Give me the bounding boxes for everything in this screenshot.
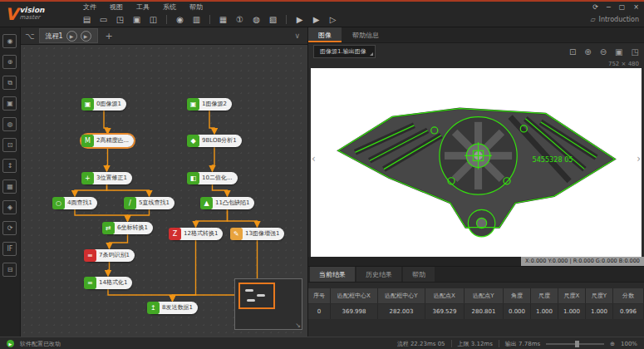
flow-node-n12[interactable]: Z12格式转换1 bbox=[169, 228, 223, 240]
flow-node-n6[interactable]: ⇄6坐标转换1 bbox=[102, 222, 153, 234]
flow-minimap[interactable]: ↘ bbox=[234, 278, 302, 330]
logo-line1: vision bbox=[19, 7, 44, 14]
flow-canvas[interactable]: ↘ ▣0图像源1M2高精度匹...+3位置修正1○4圆查找1/5直线查找1⇄6坐… bbox=[21, 45, 307, 337]
flow-node-n9[interactable]: ◆9BLOB分析1 bbox=[187, 135, 242, 147]
fit-window-icon[interactable]: ⊡ bbox=[569, 47, 576, 57]
step-run-icon[interactable]: ▷ bbox=[327, 14, 338, 25]
table-row[interactable]: 0369.998282.003369.529280.8010.0001.0001… bbox=[308, 304, 644, 319]
save-image-icon[interactable]: ◳ bbox=[632, 47, 639, 57]
flow-node-n13[interactable]: ✎13图像增强1 bbox=[230, 228, 284, 240]
result-tab-0[interactable]: 当前结果 bbox=[310, 267, 355, 282]
logo-v-mark: V bbox=[5, 6, 17, 22]
flow-node-n11[interactable]: ▲11凸包缺陷1 bbox=[200, 197, 254, 209]
close-button[interactable]: × bbox=[633, 2, 639, 12]
flow-node-label: 4圆查找1 bbox=[63, 197, 97, 209]
snapshot-icon[interactable]: ▣ bbox=[131, 14, 142, 25]
module-status-icon: ○ bbox=[52, 197, 65, 209]
flow-node-n3[interactable]: +3位置修正1 bbox=[81, 172, 132, 184]
next-image-arrow[interactable]: › bbox=[637, 153, 641, 165]
flow-run-loop-icon[interactable]: ▶ bbox=[81, 31, 91, 42]
menu-item[interactable]: 系统 bbox=[163, 2, 176, 12]
open-folder-icon[interactable]: ▭ bbox=[98, 14, 109, 25]
image-panel-tab-1[interactable]: 帮助信息 bbox=[342, 27, 389, 42]
layers-icon[interactable]: ⧉ bbox=[2, 76, 17, 90]
image-source-dropdown[interactable]: 图像源1.输出图像 bbox=[313, 45, 376, 58]
module-status-icon: ⇄ bbox=[102, 222, 115, 234]
window-layout-icon[interactable]: ◫ bbox=[148, 14, 159, 25]
session-history-icon[interactable]: ⟳ bbox=[592, 2, 598, 12]
variable-tag-icon[interactable]: ① bbox=[234, 14, 245, 25]
focus-region-icon[interactable]: ▣ bbox=[2, 96, 17, 111]
text-monitor-icon[interactable]: ▦ bbox=[218, 14, 229, 25]
camera-manager-icon[interactable]: ◉ bbox=[175, 14, 185, 25]
flow-tab[interactable]: 流程1 ▶ ▶ bbox=[39, 28, 98, 43]
flow-list-icon[interactable]: ⌥ bbox=[25, 32, 35, 41]
result-column-header: 匹配框中心X bbox=[331, 288, 378, 303]
flow-node-n14[interactable]: ≡14格式化1 bbox=[84, 277, 132, 289]
introduction-link[interactable]: ▱ Introduction bbox=[590, 12, 639, 27]
panel-columns-icon[interactable]: ▥ bbox=[191, 14, 202, 25]
module-status-icon: + bbox=[81, 172, 94, 184]
module-status-icon: ▣ bbox=[81, 98, 94, 111]
flow-node-n10[interactable]: ◧10二值化... bbox=[187, 172, 238, 184]
image-resolution-label: 752 × 480 bbox=[308, 60, 644, 68]
module-status-icon: ≡ bbox=[84, 249, 96, 262]
flow-node-label: 0图像源1 bbox=[92, 98, 126, 111]
io-config-icon[interactable]: ▧ bbox=[268, 14, 278, 25]
flow-node-n5[interactable]: /5直线查找1 bbox=[124, 197, 175, 209]
module-status-icon: ◧ bbox=[187, 172, 199, 184]
zoom-out-icon[interactable]: ⊖ bbox=[600, 47, 607, 57]
timing-label: 输出 7.78ms bbox=[505, 340, 540, 348]
caliper-measure-icon[interactable]: ↕ bbox=[2, 159, 17, 173]
menu-item[interactable]: 视图 bbox=[110, 2, 123, 12]
flow-node-n4[interactable]: ○4圆查找1 bbox=[52, 197, 97, 209]
minimap-resize-icon[interactable]: ↘ bbox=[295, 322, 301, 329]
output-node-icon[interactable]: ⊟ bbox=[2, 263, 17, 277]
save-icon[interactable]: ▤ bbox=[81, 14, 92, 25]
zoom-percent-label: 100% bbox=[621, 341, 637, 347]
image-panel-tab-0[interactable]: 图像 bbox=[308, 27, 342, 42]
locate-crosshair-icon[interactable]: ⊕ bbox=[2, 55, 17, 69]
flow-node-n8[interactable]: ↥8发送数据1 bbox=[147, 302, 198, 314]
view-icon-group: ⊡⊕⊖▣◳ bbox=[569, 47, 639, 57]
menu-bar: 文件视图工具系统帮助 bbox=[76, 2, 548, 12]
menu-item[interactable]: 文件 bbox=[83, 2, 96, 12]
flow-node-label: 7条码识别1 bbox=[95, 249, 135, 262]
zoom-slider[interactable] bbox=[546, 343, 604, 345]
one-to-one-icon[interactable]: ▣ bbox=[615, 47, 622, 57]
flow-node-n0[interactable]: ▣0图像源1 bbox=[81, 98, 126, 111]
maximize-button[interactable]: ▢ bbox=[619, 2, 626, 12]
result-tab-2[interactable]: 帮助 bbox=[403, 267, 435, 282]
zoom-in-icon[interactable]: ⊕ bbox=[584, 47, 591, 57]
run-continuous-icon[interactable]: ▶ bbox=[311, 14, 322, 25]
zoom-icon[interactable]: ⊕ bbox=[610, 341, 615, 347]
flow-node-n1[interactable]: ▣1图像源2 bbox=[187, 98, 232, 111]
color-globe-icon[interactable]: ◍ bbox=[2, 117, 17, 131]
image-viewport[interactable]: ‹ › bbox=[311, 68, 642, 257]
flow-node-label: 13图像增强1 bbox=[241, 228, 284, 240]
match-tool-icon[interactable]: ⊡ bbox=[2, 138, 17, 152]
export-solution-icon[interactable]: ◳ bbox=[115, 14, 125, 25]
flow-collapse-icon[interactable]: ∨ bbox=[294, 32, 303, 40]
flow-node-n2[interactable]: M2高精度匹... bbox=[81, 135, 134, 147]
flow-node-label: 8发送数据1 bbox=[158, 302, 198, 314]
status-message: 软件配置已改动 bbox=[20, 340, 61, 348]
communication-icon[interactable]: ◍ bbox=[251, 14, 262, 25]
minimap-viewport[interactable] bbox=[238, 283, 275, 309]
menu-item[interactable]: 帮助 bbox=[189, 2, 203, 12]
window-controls: ⟳ ─ ▢ × bbox=[592, 2, 639, 12]
result-tab-1[interactable]: 历史结果 bbox=[356, 267, 401, 282]
menu-item[interactable]: 工具 bbox=[136, 2, 150, 12]
flow-run-once-icon[interactable]: ▶ bbox=[66, 31, 77, 42]
acquisition-camera-icon[interactable]: ◉ bbox=[2, 34, 17, 48]
history-clock-icon[interactable]: ⟳ bbox=[2, 221, 17, 235]
minimize-button[interactable]: ─ bbox=[607, 2, 611, 12]
fill-tool-icon[interactable]: ◈ bbox=[2, 200, 17, 214]
run-once-icon[interactable]: ▶ bbox=[294, 14, 305, 25]
prev-image-arrow[interactable]: ‹ bbox=[312, 153, 316, 165]
flow-node-n7[interactable]: ≡7条码识别1 bbox=[84, 249, 135, 262]
zoom-slider-thumb[interactable] bbox=[575, 341, 579, 347]
if-logic-icon[interactable]: IF bbox=[2, 242, 17, 256]
add-flow-button[interactable]: + bbox=[106, 31, 113, 42]
image-adjust-icon[interactable]: ▦ bbox=[2, 179, 17, 194]
